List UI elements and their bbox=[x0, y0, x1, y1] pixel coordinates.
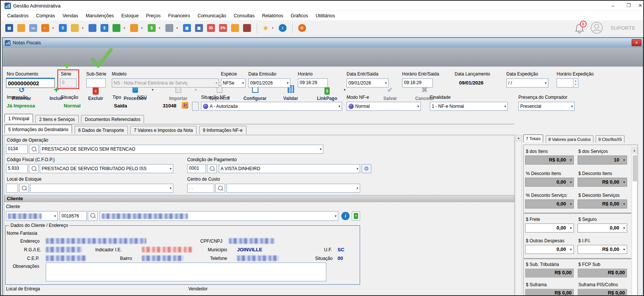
menu-item-graficos[interactable]: Gráficos bbox=[287, 12, 312, 20]
cond-pagamento-combo[interactable]: A VISTA DINHEIRO ▼ bbox=[219, 164, 360, 173]
menu-item-manutencoes[interactable]: Manutenções bbox=[82, 12, 117, 20]
calendar-30-icon[interactable]: 30 bbox=[207, 24, 215, 32]
tab-itens-servicos[interactable]: 2 Itens e Serviços bbox=[35, 115, 78, 123]
close-button[interactable]: × bbox=[638, 2, 642, 9]
tab-valores-custos[interactable]: 8 Valores para Custos bbox=[546, 135, 593, 143]
register-dropdown-icon[interactable]: ▼ bbox=[176, 27, 179, 29]
processos-dropdown-icon[interactable]: ▼ bbox=[151, 88, 154, 92]
ipi-field[interactable]: R$ 0,00▼ bbox=[578, 245, 627, 254]
tab-informacoes-nfe[interactable]: 9 Informações NF-e bbox=[199, 126, 246, 134]
codigo-operacao-search-icon[interactable] bbox=[29, 145, 39, 154]
cart-dropdown-icon[interactable]: ▼ bbox=[123, 27, 126, 29]
cliente-search-icon[interactable] bbox=[88, 211, 98, 221]
favorites-star-icon[interactable]: ★ bbox=[263, 24, 269, 32]
observacoes-textarea[interactable] bbox=[46, 263, 326, 281]
menu-item-cadastros[interactable]: Cadastros bbox=[4, 12, 32, 20]
cliente-info-icon[interactable]: i bbox=[341, 212, 350, 220]
horario-field[interactable]: 09:16:29 bbox=[298, 79, 328, 88]
clients-icon[interactable] bbox=[17, 24, 25, 32]
price-tag-dropdown-icon[interactable]: ▼ bbox=[81, 27, 84, 29]
situacao-nfe-combo[interactable]: A - Autorizada ▼ bbox=[201, 102, 342, 111]
tab-valores-impostos[interactable]: 7 Valores e Impostos da Nota bbox=[130, 126, 197, 134]
salesperson-icon[interactable] bbox=[89, 24, 96, 32]
menu-item-compras[interactable]: Compras bbox=[33, 12, 59, 20]
finalidade-combo[interactable]: 1 - NF-e Normal ▼ bbox=[430, 102, 508, 111]
modelo-combo[interactable]: NS - Nota Fiscal Eletrônica de Serviç ▼ bbox=[112, 79, 219, 88]
configurar-button[interactable]: Configurar bbox=[239, 85, 271, 103]
cliente-tipo-combo[interactable]: ▼ bbox=[6, 211, 58, 221]
ledger-icon[interactable]: ▤ bbox=[5, 24, 13, 32]
calculator-icon[interactable]: ▦ bbox=[195, 24, 203, 32]
main-scrollbar[interactable]: ▲ bbox=[515, 135, 522, 296]
price-tag-icon[interactable] bbox=[71, 24, 79, 32]
menu-item-comunicacao[interactable]: Comunicação bbox=[194, 12, 230, 20]
tab-documentos-referenciados[interactable]: Documentos Referenciados bbox=[81, 115, 144, 123]
cond-pagamento-search-icon[interactable] bbox=[207, 164, 217, 173]
local-estoque-code[interactable] bbox=[6, 184, 18, 193]
notas-close-button[interactable]: × bbox=[632, 39, 641, 46]
cash-icon[interactable]: $ bbox=[148, 24, 156, 32]
cash-dropdown-icon[interactable]: ▼ bbox=[158, 27, 161, 29]
restore-button[interactable]: ❐ bbox=[626, 3, 631, 8]
avatar-icon[interactable] bbox=[590, 21, 603, 34]
cond-pagamento-code[interactable]: 0001 bbox=[187, 164, 206, 173]
linkpago-dropdown-icon[interactable]: ▼ bbox=[343, 88, 346, 92]
nsu-counter-icon[interactable]: 1ª bbox=[182, 102, 188, 109]
local-estoque-search-icon[interactable] bbox=[19, 184, 29, 193]
scroll-up-icon[interactable]: ▲ bbox=[516, 135, 521, 141]
dos-servicos-field[interactable]: 10▼ bbox=[578, 156, 627, 165]
tab-dados-transporte[interactable]: 6 Dados de Transporte bbox=[75, 126, 128, 134]
favorites-dropdown-icon[interactable]: ▼ bbox=[272, 27, 274, 29]
outras-despesas-field[interactable]: 0,00▼ bbox=[525, 245, 574, 254]
info-icon[interactable]: i bbox=[279, 24, 287, 32]
centro-custo-combo[interactable]: ▼ bbox=[227, 184, 360, 193]
structure-dropdown-icon[interactable]: ▼ bbox=[52, 27, 54, 29]
menu-item-precos[interactable]: Preços bbox=[143, 12, 164, 20]
table-icon[interactable]: ▦ bbox=[183, 24, 191, 32]
tab-cbs-ibs-is[interactable]: 9 Cbs/Ibs/IS bbox=[596, 135, 624, 143]
desconto-itens-field[interactable]: R$ 0,00▼ bbox=[578, 178, 627, 187]
cfop-code[interactable]: 5.933 bbox=[6, 164, 28, 173]
data-entr-saida-combo[interactable]: 09/01/2026 ▼ bbox=[347, 79, 389, 88]
menu-item-consultas[interactable]: Consultas bbox=[230, 12, 258, 20]
totais-scrollbar[interactable]: ▲ bbox=[632, 147, 637, 296]
cliente-codigo-field[interactable]: 0018576 bbox=[60, 211, 87, 221]
register-icon[interactable] bbox=[165, 24, 173, 32]
linkpago-button[interactable]: $ LinkPago ▼ bbox=[311, 85, 343, 103]
scrollbar-thumb[interactable] bbox=[633, 155, 637, 181]
building-search-icon[interactable] bbox=[243, 24, 251, 32]
modo-nfe-combo[interactable]: Normal ▼ bbox=[347, 102, 421, 111]
pct-desconto-servicos-field[interactable]: 0,00▼ bbox=[525, 199, 574, 208]
money-bag-icon[interactable]: $ bbox=[101, 24, 108, 32]
frete-field[interactable]: 0,00▼ bbox=[525, 224, 574, 233]
seguro-field[interactable]: 0,00▼ bbox=[578, 224, 627, 233]
lock-icon[interactable] bbox=[231, 24, 239, 32]
cfop-search-icon[interactable] bbox=[29, 164, 39, 173]
data-emissao-combo[interactable]: 09/01/2026 ▼ bbox=[248, 79, 290, 88]
fiscal-doc-icon[interactable]: S bbox=[59, 24, 67, 32]
data-expedicao-combo[interactable]: / / ▼ bbox=[506, 79, 548, 88]
support-label[interactable]: SUPORTE bbox=[611, 25, 635, 31]
cliente-nome-combo[interactable]: ▼ bbox=[100, 211, 338, 221]
horario-entr-saida-field[interactable]: 09:16:29 bbox=[402, 79, 433, 88]
card-icon[interactable]: ▭ bbox=[29, 24, 37, 32]
codigo-operacao-combo[interactable]: PRESTACAO DE SERVICO SEM RETENCAO ▼ bbox=[40, 145, 323, 154]
tab-informacoes-destinatario[interactable]: 5 Informações do Destinatário bbox=[5, 125, 72, 133]
menu-item-estoque[interactable]: Estoque bbox=[118, 12, 142, 20]
cfop-combo[interactable]: PRESTACAO DE SERVICO TRIBUTADO PELO ISS … bbox=[40, 164, 173, 173]
nro-documento-field[interactable]: 0000000002 bbox=[6, 78, 55, 88]
calendar-tax-icon[interactable]: 3% bbox=[219, 24, 227, 32]
codigo-operacao-code[interactable]: 0134 bbox=[6, 145, 28, 154]
cart-icon[interactable] bbox=[113, 24, 120, 32]
folder-dropdown-icon[interactable]: ▼ bbox=[141, 27, 143, 29]
folder-icon[interactable] bbox=[130, 24, 138, 32]
centro-custo-code[interactable]: . . bbox=[187, 184, 214, 193]
especie-combo[interactable]: NFSe ▼ bbox=[221, 79, 246, 88]
scroll-up-icon[interactable]: ▲ bbox=[632, 148, 637, 154]
pct-desconto-itens-field[interactable]: 0,00▼ bbox=[525, 178, 574, 187]
serie-field[interactable]: 0 bbox=[60, 79, 77, 88]
sub-serie-field[interactable] bbox=[86, 79, 106, 88]
horario-expedicao-spinner[interactable]: ▲▼ bbox=[573, 79, 578, 87]
presenca-combo[interactable]: Presencial ▼ bbox=[518, 102, 575, 111]
menu-item-utilitarios[interactable]: Utilitários bbox=[312, 12, 338, 20]
